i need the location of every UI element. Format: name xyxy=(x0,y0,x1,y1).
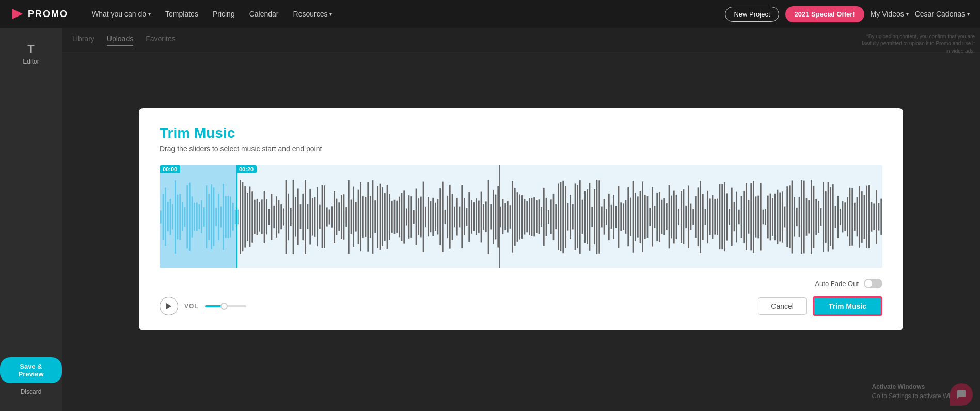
volume-fill xyxy=(205,305,222,307)
navbar: PROMO What you can do ▾ Templates Pricin… xyxy=(0,0,980,28)
trim-music-modal: Trim Music Drag the sliders to select mu… xyxy=(139,108,903,330)
logo-text: PROMO xyxy=(28,9,68,20)
nav-items: What you can do ▾ Templates Pricing Cale… xyxy=(86,7,713,21)
cancel-button[interactable]: Cancel xyxy=(758,297,807,315)
text-icon: T xyxy=(27,42,34,56)
sidebar-bottom-actions: Save & Preview Discard xyxy=(0,357,62,396)
nav-item-templates[interactable]: Templates xyxy=(159,7,204,21)
chevron-down-icon: ▾ xyxy=(906,11,909,17)
my-videos-nav[interactable]: My Videos ▾ xyxy=(871,10,909,18)
promo-logo-icon xyxy=(10,7,25,21)
save-preview-button[interactable]: Save & Preview xyxy=(0,357,62,383)
auto-fade-row: Auto Fade Out xyxy=(160,279,882,288)
modal-action-buttons: Cancel Trim Music xyxy=(758,296,882,316)
play-vol-area: VOL xyxy=(160,297,246,315)
sidebar: T Editor Save & Preview Discard xyxy=(0,28,62,411)
time-badge-end[interactable]: 00:20 xyxy=(236,165,257,173)
chevron-down-icon: ▾ xyxy=(329,11,332,17)
modal-controls: VOL Cancel Trim Music xyxy=(160,296,882,316)
nav-item-calendar[interactable]: Calendar xyxy=(243,7,285,21)
background-area: T Editor Save & Preview Discard Library … xyxy=(0,28,980,411)
trim-music-button[interactable]: Trim Music xyxy=(813,296,882,316)
play-button[interactable] xyxy=(160,297,178,315)
waveform-container[interactable]: 00:00 00:20 xyxy=(160,165,882,268)
modal-overlay: Trim Music Drag the sliders to select mu… xyxy=(62,28,980,411)
play-icon xyxy=(166,303,171,309)
nav-item-what-you-can-do[interactable]: What you can do ▾ xyxy=(86,7,157,21)
nav-item-resources[interactable]: Resources ▾ xyxy=(287,7,339,21)
content-area: Library Uploads Favorites *By uploading … xyxy=(62,28,980,411)
toggle-knob xyxy=(865,280,872,287)
special-offer-button[interactable]: 2021 Special Offer! xyxy=(785,6,864,22)
auto-fade-label: Auto Fade Out xyxy=(815,280,859,288)
sidebar-item-editor[interactable]: T Editor xyxy=(0,38,62,69)
waveform-selection[interactable] xyxy=(160,165,237,268)
vol-label: VOL xyxy=(184,303,199,310)
user-menu[interactable]: Cesar Cadenas ▾ xyxy=(915,10,970,18)
new-project-button[interactable]: New Project xyxy=(725,7,779,22)
svg-marker-1 xyxy=(166,303,171,309)
svg-marker-0 xyxy=(12,9,23,19)
nav-right: New Project 2021 Special Offer! My Video… xyxy=(725,6,970,22)
time-badge-start[interactable]: 00:00 xyxy=(160,165,180,173)
nav-item-pricing[interactable]: Pricing xyxy=(207,7,241,21)
modal-title: Trim Music xyxy=(160,125,882,141)
discard-button[interactable]: Discard xyxy=(21,388,42,396)
volume-slider[interactable] xyxy=(205,305,246,307)
logo[interactable]: PROMO xyxy=(10,7,68,21)
chevron-down-icon: ▾ xyxy=(967,11,970,17)
volume-thumb[interactable] xyxy=(220,303,228,310)
chevron-down-icon: ▾ xyxy=(148,11,151,17)
modal-subtitle: Drag the sliders to select music start a… xyxy=(160,145,882,153)
waveform-canvas xyxy=(160,165,882,268)
auto-fade-toggle[interactable] xyxy=(864,279,882,288)
